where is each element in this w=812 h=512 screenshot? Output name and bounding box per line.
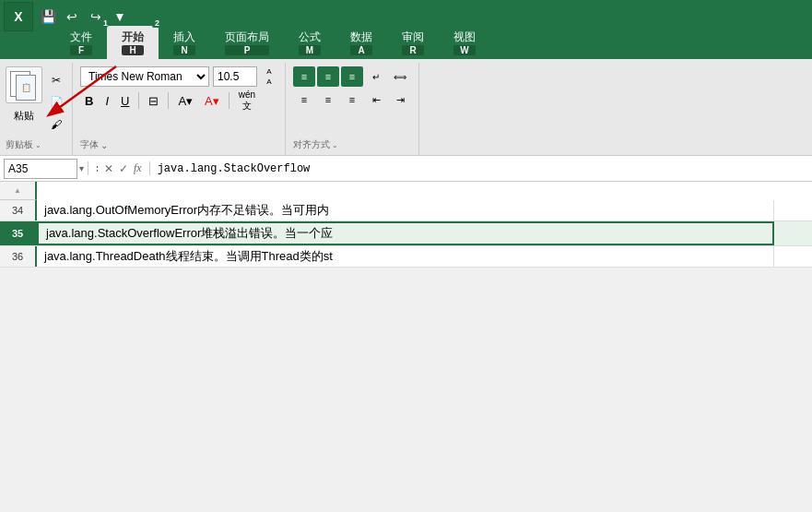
indent-decrease-button[interactable]: ⇤ xyxy=(365,89,387,110)
align-bottom-button[interactable]: ≡ xyxy=(341,66,363,87)
alignment-label: 对齐方式 ⌄ xyxy=(293,135,411,151)
formula-input[interactable] xyxy=(154,159,808,179)
spreadsheet: ▲ 34 java.lang.OutOfMemoryError内存不足错误。当可… xyxy=(0,182,812,268)
tab-data[interactable]: 数据 A xyxy=(335,26,387,59)
font-size-increase-button[interactable]: A xyxy=(261,67,277,77)
separator3 xyxy=(229,92,229,109)
tab-view-key: W xyxy=(453,45,476,55)
formula-controls: ∶ ✕ ✓ fx xyxy=(88,161,150,175)
cell-reference-box: A35 ▾ xyxy=(4,159,84,179)
format-painter-button[interactable]: 🖌 xyxy=(46,114,66,135)
tab-insert[interactable]: 插入 N xyxy=(159,26,210,59)
tab-pagelayout-key: P xyxy=(225,45,269,55)
font-size-decrease-button[interactable]: A xyxy=(261,77,277,87)
separator1 xyxy=(138,92,139,109)
tab-formula[interactable]: 公式 M xyxy=(284,26,335,59)
cancel-formula-button[interactable]: ✕ xyxy=(104,162,113,175)
row-number-35: 35 xyxy=(0,221,37,245)
tab-file[interactable]: 文件 F 1 xyxy=(55,26,107,59)
excel-logo: X xyxy=(4,2,33,31)
align-row-bottom: ≡ ≡ ≡ ⇤ ⇥ xyxy=(293,89,411,110)
align-row-top: ≡ ≡ ≡ ↵ ⟺ xyxy=(293,66,411,87)
row-number-36: 36 xyxy=(0,246,37,267)
tab-review-key: R xyxy=(402,45,424,55)
font-label: 字体 ⌄ xyxy=(80,138,277,151)
confirm-formula-button[interactable]: ✓ xyxy=(119,162,128,175)
formula-bar: A35 ▾ ∶ ✕ ✓ fx xyxy=(0,156,812,182)
underline-button[interactable]: U xyxy=(116,90,134,111)
text-format-button[interactable]: wén文 xyxy=(234,90,260,111)
app-window: X 💾 ↩ ↪ ▼ 文件 F 1 开始 H 2 插入 N 页面布局 P 公式 xyxy=(0,0,812,268)
undo-button[interactable]: ↩ xyxy=(61,6,83,28)
font-group: Times New Roman Arial Calibri A A B I U … xyxy=(73,63,286,155)
align-right-button[interactable]: ≡ xyxy=(341,89,363,110)
quick-access-toolbar: 💾 ↩ ↪ ▼ xyxy=(37,6,131,28)
font-name-row: Times New Roman Arial Calibri A A xyxy=(80,66,277,87)
tab-formula-key: M xyxy=(299,45,321,55)
tab-pagelayout[interactable]: 页面布局 P xyxy=(210,26,284,59)
cell-a35[interactable]: java.lang.StackOverflowError堆栈溢出错误。当一个应 xyxy=(37,221,774,245)
save-button[interactable]: 💾 xyxy=(37,6,59,28)
merge-button[interactable]: ⟺ xyxy=(389,66,411,87)
table-row: 36 java.lang.ThreadDeath线程结束。当调用Thread类的… xyxy=(0,246,812,268)
indent-increase-button[interactable]: ⇥ xyxy=(389,89,411,110)
insert-function-button[interactable]: fx xyxy=(134,161,142,175)
tab-review[interactable]: 审阅 R xyxy=(387,26,439,59)
font-size-input[interactable] xyxy=(213,66,257,87)
paste-icon: 📋 xyxy=(6,66,42,103)
font-format-row: B I U ⊟ A▾ A▾ wén文 xyxy=(80,90,277,111)
formula-colon-icon: ∶ xyxy=(96,162,99,175)
bold-button[interactable]: B xyxy=(80,90,98,111)
align-left-button[interactable]: ≡ xyxy=(293,89,315,110)
tab-file-key: F xyxy=(70,45,92,55)
border-button[interactable]: ⊟ xyxy=(144,90,163,111)
font-name-select[interactable]: Times New Roman Arial Calibri xyxy=(80,66,209,87)
align-top-button[interactable]: ≡ xyxy=(293,66,315,87)
align-middle-button[interactable]: ≡ xyxy=(317,66,339,87)
italic-button[interactable]: I xyxy=(100,90,113,111)
fill-color-button[interactable]: A▾ xyxy=(173,90,197,111)
tab-insert-key: N xyxy=(173,45,195,55)
table-row: 34 java.lang.OutOfMemoryError内存不足错误。当可用内 xyxy=(0,200,812,221)
separator2 xyxy=(168,92,169,109)
row-number-34: 34 xyxy=(0,200,37,220)
font-size-controls: A A xyxy=(261,67,277,87)
font-color-button[interactable]: A▾ xyxy=(200,90,224,111)
clipboard-label: 剪贴板 ⌄ xyxy=(6,135,66,151)
row-col-corner: ▲ xyxy=(0,182,37,200)
cut-button[interactable]: ✂ xyxy=(46,70,66,90)
alignment-expand-icon[interactable]: ⌄ xyxy=(332,141,338,149)
ribbon-panel: 📋 粘贴 ✂ 📄 🖌 剪贴板 ⌄ Times New Roman xyxy=(0,59,812,156)
tab-home[interactable]: 开始 H 2 xyxy=(107,26,159,59)
cell-a34[interactable]: java.lang.OutOfMemoryError内存不足错误。当可用内 xyxy=(37,200,774,220)
table-row: 35 java.lang.StackOverflowError堆栈溢出错误。当一… xyxy=(0,221,812,246)
text-wrap-button[interactable]: ↵ xyxy=(365,66,387,87)
paste-button[interactable]: 粘贴 xyxy=(9,105,39,125)
ribbon-tabs: 文件 F 1 开始 H 2 插入 N 页面布局 P 公式 M 数据 A 审阅 R xyxy=(0,33,812,59)
quickaccess-dropdown[interactable]: ▼ xyxy=(109,6,131,28)
alignment-group: ≡ ≡ ≡ ↵ ⟺ ≡ ≡ ≡ ⇤ ⇥ 对齐方式 ⌄ xyxy=(286,63,419,155)
cell-ref-display[interactable]: A35 xyxy=(4,159,77,179)
clipboard-group: 📋 粘贴 ✂ 📄 🖌 剪贴板 ⌄ xyxy=(0,63,73,155)
tab-home-key: H xyxy=(122,45,144,55)
copy-button[interactable]: 📄 xyxy=(46,92,66,113)
cell-ref-dropdown[interactable]: ▾ xyxy=(79,163,84,173)
cell-a36[interactable]: java.lang.ThreadDeath线程结束。当调用Thread类的st xyxy=(37,246,774,267)
font-expand-icon[interactable]: ⌄ xyxy=(100,140,108,150)
tab-view[interactable]: 视图 W xyxy=(439,26,490,59)
align-center-button[interactable]: ≡ xyxy=(317,89,339,110)
tab-data-key: A xyxy=(350,45,372,55)
clipboard-expand-icon[interactable]: ⌄ xyxy=(35,141,41,149)
